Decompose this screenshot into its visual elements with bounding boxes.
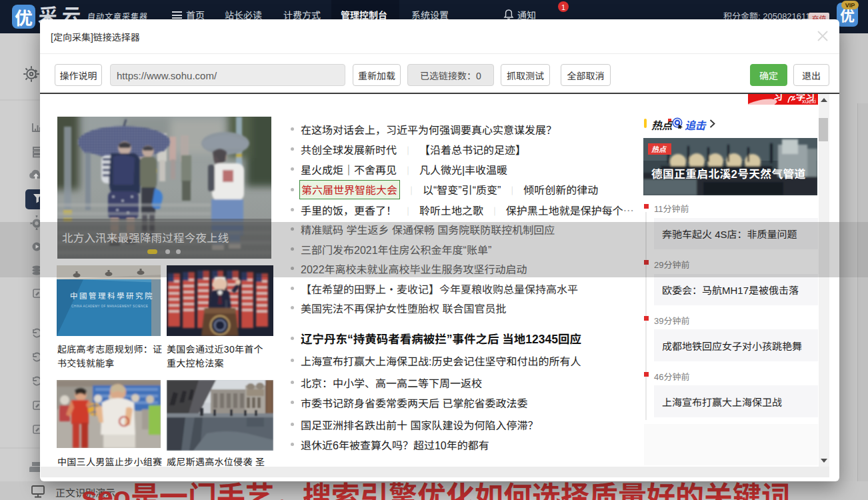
svg-text:德国正重启北溪2号天然气管道: 德国正重启北溪2号天然气管道 — [651, 165, 806, 181]
svg-text:CHINA ACADEMY OF MANAGEMENT SC: CHINA ACADEMY OF MANAGEMENT SCIENCE — [71, 305, 148, 308]
svg-text:中國管理科學研究院: 中國管理科學研究院 — [70, 290, 154, 301]
svg-text:热点: 热点 — [651, 143, 667, 154]
